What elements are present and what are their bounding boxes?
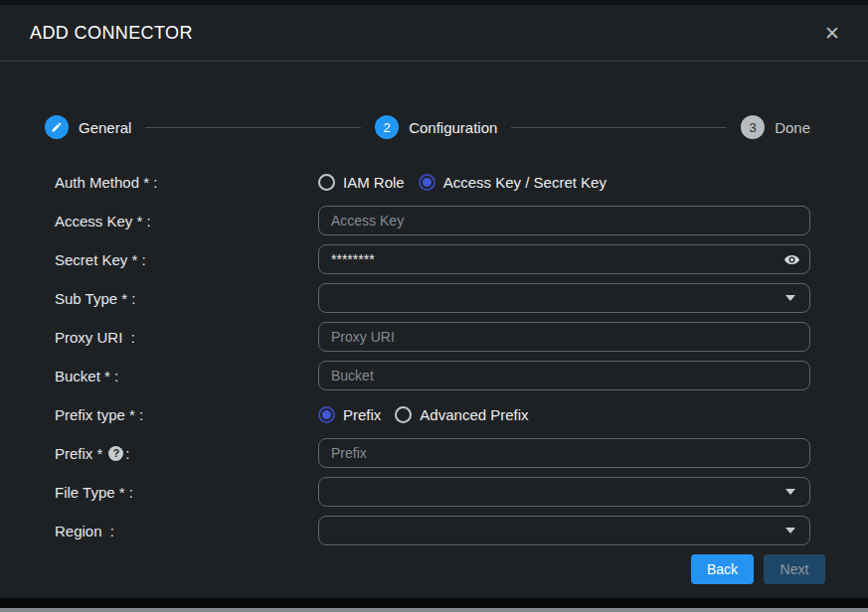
secret-key-label: Secret Key * : bbox=[55, 251, 318, 268]
chevron-down-icon bbox=[785, 528, 795, 534]
auth-method-radio-group: IAM Role Access Key / Secret Key bbox=[318, 174, 607, 191]
step-configuration-label: Configuration bbox=[409, 119, 497, 136]
region-row: Region : bbox=[55, 516, 810, 545]
secret-key-row: Secret Key * : bbox=[55, 244, 810, 274]
dialog-body: General 2 Configuration 3 Done Auth Meth… bbox=[0, 62, 868, 598]
step-2-badge: 2 bbox=[375, 115, 399, 139]
close-icon[interactable]: ✕ bbox=[824, 24, 840, 43]
auth-method-label: Auth Method * : bbox=[55, 174, 318, 191]
access-key-input[interactable] bbox=[318, 206, 810, 235]
dialog-header: ADD CONNECTOR ✕ bbox=[0, 5, 868, 62]
auth-method-row: Auth Method * : IAM Role Access Key / Se… bbox=[55, 167, 810, 197]
help-icon[interactable]: ? bbox=[108, 446, 123, 461]
radio-selected-icon bbox=[318, 406, 335, 423]
connector-form: Auth Method * : IAM Role Access Key / Se… bbox=[55, 167, 810, 545]
dialog-footer: Back Next bbox=[0, 554, 825, 584]
radio-prefix[interactable]: Prefix bbox=[318, 406, 381, 423]
prefix-label-colon: : bbox=[125, 445, 129, 462]
step-3-badge: 3 bbox=[741, 115, 765, 139]
proxy-uri-label: Proxy URI : bbox=[55, 329, 318, 346]
file-type-select[interactable] bbox=[318, 477, 810, 507]
bucket-input[interactable] bbox=[318, 361, 810, 390]
next-button[interactable]: Next bbox=[764, 554, 825, 584]
step-connector-line bbox=[145, 127, 361, 128]
pencil-icon bbox=[45, 115, 69, 139]
sub-type-label: Sub Type * : bbox=[55, 290, 318, 307]
region-select[interactable] bbox=[318, 516, 810, 545]
prefix-type-label: Prefix type * : bbox=[55, 406, 318, 423]
sub-type-row: Sub Type * : bbox=[55, 283, 810, 313]
radio-iam-role-label: IAM Role bbox=[343, 174, 405, 191]
proxy-uri-input[interactable] bbox=[318, 322, 810, 352]
radio-prefix-label: Prefix bbox=[343, 406, 381, 423]
access-key-row: Access Key * : bbox=[55, 206, 810, 235]
radio-iam-role[interactable]: IAM Role bbox=[318, 174, 405, 191]
chevron-down-icon bbox=[785, 489, 795, 495]
step-connector-line bbox=[511, 127, 727, 128]
bucket-label: Bucket * : bbox=[55, 368, 318, 384]
prefix-type-radio-group: Prefix Advanced Prefix bbox=[318, 406, 529, 423]
bottom-dark-edge bbox=[0, 598, 868, 608]
prefix-label-text: Prefix * bbox=[55, 445, 102, 462]
prefix-type-row: Prefix type * : Prefix Advanced Prefix bbox=[55, 399, 810, 429]
radio-advanced-prefix[interactable]: Advanced Prefix bbox=[395, 406, 528, 423]
step-done-label: Done bbox=[775, 119, 810, 136]
bucket-row: Bucket * : bbox=[55, 361, 810, 390]
prefix-row: Prefix * ? : bbox=[55, 438, 810, 468]
region-label: Region : bbox=[55, 523, 318, 539]
step-general-label: General bbox=[79, 119, 131, 136]
access-key-label: Access Key * : bbox=[55, 213, 318, 230]
wizard-stepper: General 2 Configuration 3 Done bbox=[45, 115, 810, 139]
step-general[interactable]: General bbox=[45, 115, 131, 139]
radio-unselected-icon bbox=[395, 406, 412, 423]
step-configuration[interactable]: 2 Configuration bbox=[375, 115, 497, 139]
file-type-row: File Type * : bbox=[55, 477, 810, 507]
dialog-title: ADD CONNECTOR bbox=[30, 23, 824, 44]
chevron-down-icon bbox=[785, 295, 795, 301]
prefix-label: Prefix * ? : bbox=[55, 445, 318, 462]
secret-key-input[interactable] bbox=[318, 244, 810, 274]
prefix-input[interactable] bbox=[318, 438, 810, 468]
bottom-light-edge bbox=[0, 608, 868, 612]
back-button[interactable]: Back bbox=[691, 554, 754, 584]
radio-unselected-icon bbox=[318, 174, 335, 191]
eye-icon[interactable] bbox=[782, 250, 800, 268]
proxy-uri-row: Proxy URI : bbox=[55, 322, 810, 352]
add-connector-dialog: ADD CONNECTOR ✕ General 2 Configuration … bbox=[0, 0, 868, 612]
sub-type-select[interactable] bbox=[318, 283, 810, 313]
file-type-label: File Type * : bbox=[55, 484, 318, 501]
radio-advanced-prefix-label: Advanced Prefix bbox=[420, 406, 528, 423]
radio-access-key-label: Access Key / Secret Key bbox=[443, 174, 607, 191]
radio-selected-icon bbox=[419, 174, 435, 191]
step-done[interactable]: 3 Done bbox=[741, 115, 810, 139]
radio-access-key-secret-key[interactable]: Access Key / Secret Key bbox=[419, 174, 607, 191]
